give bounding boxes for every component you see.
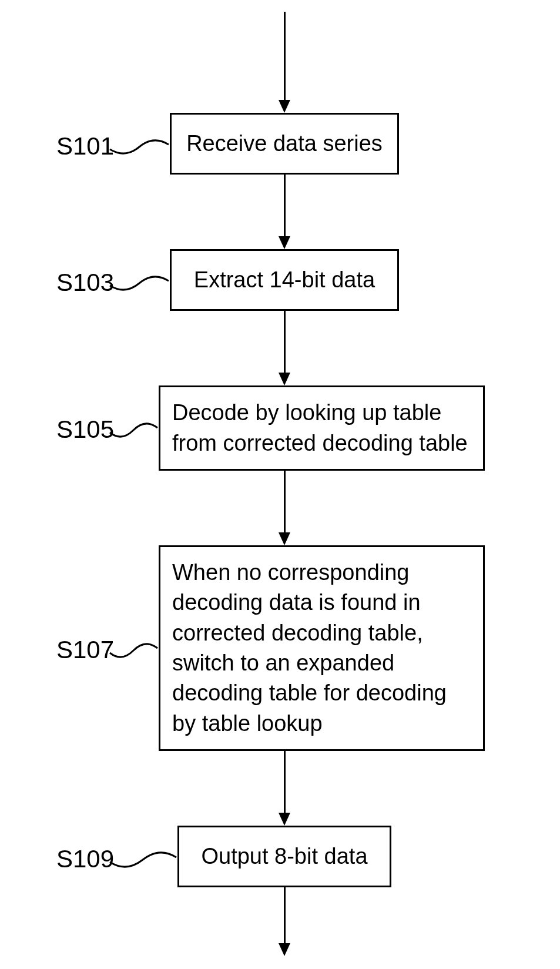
connector-s101-s103 [284, 175, 286, 236]
step-s109: Output 8-bit data [177, 826, 391, 887]
label-s107: S107 [56, 638, 114, 662]
label-s109: S109 [56, 847, 114, 871]
step-s107-text: When no corresponding decoding data is f… [172, 558, 471, 739]
tilde-s103 [109, 271, 170, 295]
connector-s105-s107-arrow [279, 532, 290, 545]
step-s105-text: Decode by looking up table from correcte… [172, 398, 471, 458]
connector-s103-s105-arrow [279, 373, 290, 385]
tilde-s107 [109, 639, 159, 662]
flowchart-canvas: Receive data series S101 Extract 14-bit … [0, 0, 560, 969]
connector-s107-s109 [284, 751, 286, 813]
connector-s105-s107 [284, 471, 286, 532]
step-s109-text: Output 8-bit data [201, 841, 367, 871]
connector-s109-end [284, 887, 286, 943]
step-s101-text: Receive data series [186, 129, 383, 159]
connector-s107-s109-arrow [279, 813, 290, 826]
step-s101: Receive data series [170, 113, 399, 175]
step-s107: When no corresponding decoding data is f… [159, 545, 485, 751]
connector-start-s101-arrow [279, 100, 290, 113]
label-s105: S105 [56, 417, 114, 442]
connector-start-s101 [284, 12, 286, 100]
step-s105: Decode by looking up table from correcte… [159, 385, 485, 471]
connector-s109-end-arrow [279, 943, 290, 956]
tilde-s101 [109, 135, 170, 159]
step-s103: Extract 14-bit data [170, 249, 399, 311]
connector-s101-s103-arrow [279, 236, 290, 249]
connector-s103-s105 [284, 311, 286, 373]
tilde-s109 [109, 848, 177, 871]
label-s101: S101 [56, 134, 114, 159]
step-s103-text: Extract 14-bit data [194, 265, 375, 295]
tilde-s105 [109, 418, 159, 442]
label-s103: S103 [56, 270, 114, 295]
